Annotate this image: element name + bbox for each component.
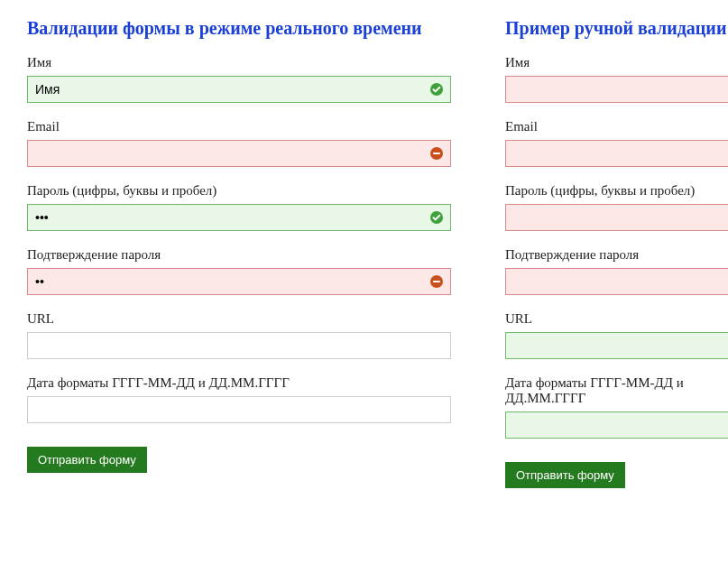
label-confirm-r: Подтверждение пароля: [505, 247, 728, 263]
realtime-heading: Валидации формы в режиме реального време…: [27, 18, 451, 39]
date-input-r[interactable]: [505, 411, 728, 439]
input-wrap-confirm-r: [505, 268, 728, 295]
field-password: Пароль (цифры, буквы и пробел): [27, 183, 451, 231]
label-password-r: Пароль (цифры, буквы и пробел): [505, 183, 728, 199]
field-url: URL: [27, 311, 451, 359]
field-email: Email: [27, 119, 451, 167]
password-input[interactable]: [27, 204, 451, 231]
input-wrap-name-r: [505, 76, 728, 103]
password-input-r[interactable]: [505, 204, 728, 231]
check-icon: [429, 82, 444, 97]
email-input[interactable]: [27, 140, 451, 167]
field-date-r: Дата форматы ГГГГ-ММ-ДД и ДД.ММ.ГГГГ: [505, 375, 728, 439]
label-confirm: Подтверждение пароля: [27, 247, 451, 263]
input-wrap-date-r: [505, 411, 728, 439]
date-input[interactable]: [27, 396, 451, 423]
manual-heading: Пример ручной валидации: [505, 18, 728, 39]
email-input-r[interactable]: [505, 140, 728, 167]
url-input[interactable]: [27, 332, 451, 359]
manual-form: Пример ручной валидации Имя Email Пароль…: [505, 18, 728, 488]
label-url-r: URL: [505, 311, 728, 327]
field-name-r: Имя: [505, 55, 728, 103]
field-confirm-r: Подтверждение пароля: [505, 247, 728, 295]
name-input-r[interactable]: [505, 76, 728, 103]
confirm-input[interactable]: [27, 268, 451, 295]
input-wrap-password-r: [505, 204, 728, 231]
svg-rect-2: [433, 153, 440, 154]
input-wrap-password: [27, 204, 451, 231]
submit-button-r[interactable]: Отправить форму: [505, 462, 625, 488]
submit-button[interactable]: Отправить форму: [27, 447, 147, 473]
check-icon: [429, 210, 444, 225]
field-password-r: Пароль (цифры, буквы и пробел): [505, 183, 728, 231]
label-name: Имя: [27, 55, 451, 70]
realtime-form: Валидации формы в режиме реального време…: [27, 18, 451, 488]
input-wrap-url-r: [505, 332, 728, 359]
label-email: Email: [27, 119, 451, 134]
input-wrap-url: [27, 332, 451, 359]
confirm-input-r[interactable]: [505, 268, 728, 295]
url-input-r[interactable]: [505, 332, 728, 359]
label-date-r: Дата форматы ГГГГ-ММ-ДД и ДД.ММ.ГГГГ: [505, 375, 728, 406]
field-url-r: URL: [505, 311, 728, 359]
input-wrap-name: [27, 76, 451, 103]
input-wrap-email-r: [505, 140, 728, 167]
input-wrap-date: [27, 396, 451, 423]
field-name: Имя: [27, 55, 451, 103]
error-icon: [429, 274, 444, 289]
error-icon: [429, 146, 444, 161]
label-email-r: Email: [505, 119, 728, 134]
label-url: URL: [27, 311, 451, 327]
field-confirm: Подтверждение пароля: [27, 247, 451, 295]
name-input[interactable]: [27, 76, 451, 103]
field-email-r: Email: [505, 119, 728, 167]
page-container: Валидации формы в режиме реального време…: [27, 18, 701, 488]
label-password: Пароль (цифры, буквы и пробел): [27, 183, 451, 199]
label-date: Дата форматы ГГГГ-ММ-ДД и ДД.ММ.ГГГГ: [27, 375, 451, 391]
input-wrap-confirm: [27, 268, 451, 295]
svg-rect-5: [433, 281, 440, 282]
field-date: Дата форматы ГГГГ-ММ-ДД и ДД.ММ.ГГГГ: [27, 375, 451, 423]
input-wrap-email: [27, 140, 451, 167]
label-name-r: Имя: [505, 55, 728, 70]
